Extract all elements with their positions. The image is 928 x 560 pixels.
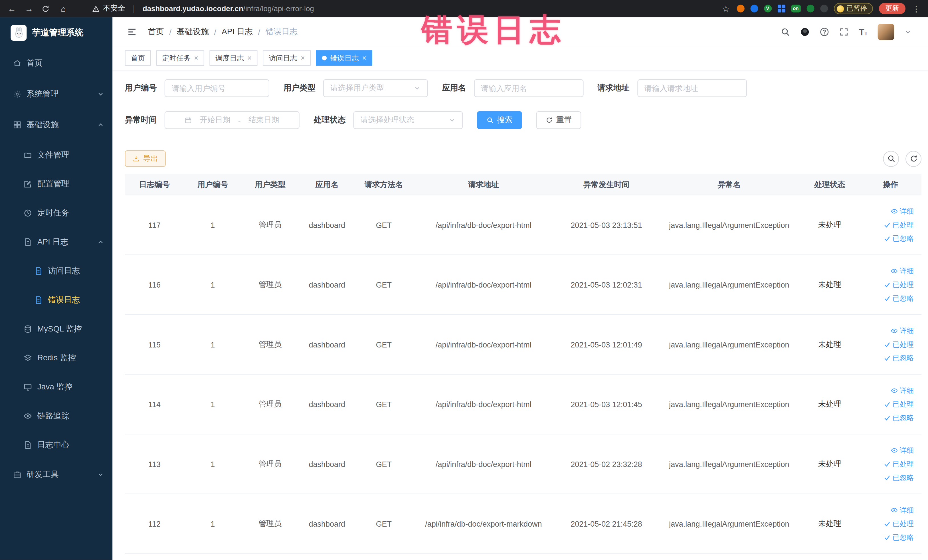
sidebar-item-java-monitor[interactable]: Java 监控 [0, 372, 112, 401]
cell-log-id: 112 [125, 519, 184, 528]
font-size-icon[interactable]: TT [859, 27, 867, 37]
check-icon [884, 341, 891, 348]
ignore-link[interactable]: 已忽略 [884, 353, 914, 363]
processed-link[interactable]: 已处理 [884, 220, 914, 230]
search-button[interactable]: 搜索 [477, 111, 522, 129]
chevron-down-icon[interactable] [904, 29, 911, 36]
close-icon[interactable]: × [247, 54, 252, 62]
toggle-search-button[interactable] [883, 151, 899, 166]
request-url-input[interactable] [637, 79, 746, 97]
extension-icon-grid[interactable] [777, 5, 785, 12]
extension-icon-blue-drop[interactable] [750, 5, 758, 12]
sidebar-item-system[interactable]: 系统管理 [0, 79, 112, 110]
detail-link[interactable]: 详细 [891, 326, 914, 336]
detail-link[interactable]: 详细 [891, 206, 914, 216]
request-url-label: 请求地址 [597, 83, 629, 93]
user-avatar[interactable] [878, 24, 894, 40]
ignore-link[interactable]: 已忽略 [884, 533, 914, 542]
col-log-id: 日志编号 [125, 179, 184, 190]
sidebar-item-label: API 日志 [37, 237, 69, 247]
tab-access-log[interactable]: 访问日志 × [263, 50, 311, 66]
processed-link[interactable]: 已处理 [884, 519, 914, 529]
document-icon [24, 238, 32, 246]
extension-icon-paw[interactable] [820, 5, 827, 12]
forward-button[interactable]: → [24, 4, 34, 13]
sidebar-item-error-log[interactable]: 错误日志 [0, 285, 112, 314]
sidebar-item-file-mgmt[interactable]: 文件管理 [0, 140, 112, 169]
check-icon [884, 474, 891, 481]
sidebar-item-log-center[interactable]: 日志中心 [0, 430, 112, 459]
security-chip[interactable]: 不安全 [92, 3, 125, 14]
ignore-link[interactable]: 已忽略 [884, 413, 914, 423]
update-button[interactable]: 更新 [879, 3, 905, 14]
tab-scheduled-tasks[interactable]: 定时任务 × [156, 50, 204, 66]
col-user-type: 用户类型 [241, 179, 299, 190]
detail-link[interactable]: 详细 [891, 445, 914, 455]
processed-link[interactable]: 已处理 [884, 279, 914, 290]
sidebar-item-api-logs[interactable]: API 日志 [0, 227, 112, 256]
refresh-table-button[interactable] [905, 151, 922, 166]
paused-badge[interactable]: 已暂停 [833, 3, 873, 14]
breadcrumb-item[interactable]: 基础设施 [177, 26, 209, 37]
detail-link[interactable]: 详细 [891, 386, 914, 396]
home-button[interactable]: ⌂ [58, 4, 68, 13]
help-icon[interactable] [820, 27, 829, 37]
back-button[interactable]: ← [7, 4, 17, 13]
extension-icon-leaf[interactable] [806, 5, 814, 12]
breadcrumb-item[interactable]: 首页 [148, 26, 164, 37]
sidebar-item-tracing[interactable]: 链路追踪 [0, 401, 112, 430]
tab-error-log[interactable]: 错误日志 × [316, 50, 372, 66]
ignore-link[interactable]: 已忽略 [884, 293, 914, 303]
breadcrumb-item[interactable]: API 日志 [222, 26, 253, 37]
close-icon[interactable]: × [362, 54, 366, 62]
ignore-link[interactable]: 已忽略 [884, 473, 914, 483]
github-icon[interactable] [800, 27, 810, 37]
user-type-select[interactable]: 请选择用户类型 [323, 79, 428, 97]
ignore-link[interactable]: 已忽略 [884, 233, 914, 243]
sidebar-toggle-icon[interactable] [127, 27, 137, 37]
reload-button[interactable] [41, 5, 51, 13]
extension-icon-orange[interactable] [737, 5, 744, 12]
check-icon [884, 295, 891, 302]
sidebar-item-scheduled-tasks[interactable]: 定时任务 [0, 198, 112, 227]
sidebar-item-mysql-monitor[interactable]: MySQL 监控 [0, 314, 112, 343]
app-title: 芋道管理系统 [32, 27, 83, 38]
cell-exception-time: 2021-05-03 23:13:51 [554, 221, 658, 229]
breadcrumb: 首页 / 基础设施 / API 日志 / 错误日志 [148, 26, 298, 37]
sidebar-item-dev-tools[interactable]: 研发工具 [0, 459, 112, 490]
bookmark-star-icon[interactable]: ☆ [721, 4, 731, 13]
extension-icon-on-badge[interactable]: on [791, 5, 800, 12]
extension-icon-green-v[interactable]: V [764, 5, 771, 12]
sidebar-item-home[interactable]: 首页 [0, 48, 112, 79]
sidebar-item-infra[interactable]: 基础设施 [0, 110, 112, 140]
folder-icon [24, 151, 32, 159]
address-bar[interactable]: dashboard.yudao.iocoder.cn /infra/log/ap… [143, 5, 314, 13]
sidebar-item-access-log[interactable]: 访问日志 [0, 256, 112, 285]
tab-home[interactable]: 首页 [125, 50, 151, 66]
reset-button[interactable]: 重置 [536, 111, 582, 129]
detail-link[interactable]: 详细 [891, 266, 914, 276]
close-icon[interactable]: × [194, 54, 198, 62]
app-name-input[interactable] [474, 79, 583, 97]
sidebar-item-redis-monitor[interactable]: Redis 监控 [0, 343, 112, 372]
tab-schedule-log[interactable]: 调度日志 × [209, 50, 257, 66]
browser-menu-icon[interactable]: ⋮ [911, 4, 921, 13]
database-icon [24, 325, 32, 333]
exception-time-range[interactable]: 开始日期 - 结束日期 [165, 111, 299, 129]
user-id-input[interactable] [165, 79, 269, 97]
export-button[interactable]: 导出 [125, 150, 166, 167]
fullscreen-icon[interactable] [839, 27, 849, 37]
processed-link[interactable]: 已处理 [884, 399, 914, 409]
sidebar-item-config-mgmt[interactable]: 配置管理 [0, 169, 112, 198]
search-icon[interactable] [781, 27, 790, 37]
app-logo-row[interactable]: 芋道管理系统 [0, 17, 112, 48]
breadcrumb-separator: / [258, 27, 261, 36]
close-icon[interactable]: × [301, 54, 305, 62]
detail-link[interactable]: 详细 [891, 505, 914, 515]
processed-link[interactable]: 已处理 [884, 459, 914, 469]
processed-link[interactable]: 已处理 [884, 339, 914, 349]
sidebar-item-label: Java 监控 [37, 381, 72, 392]
process-status-select[interactable]: 请选择处理状态 [353, 111, 463, 129]
ignore-label: 已忽略 [892, 353, 914, 363]
eye-icon [24, 412, 32, 420]
